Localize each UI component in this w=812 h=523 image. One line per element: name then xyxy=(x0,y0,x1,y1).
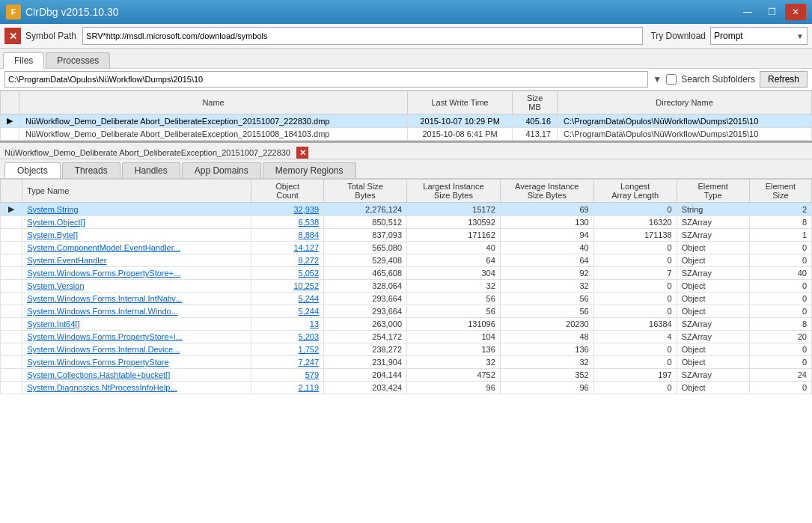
obj-longestarr: 0 xyxy=(593,242,677,254)
file-table-row[interactable]: ▶ NüWorkflow_Demo_Deliberate Abort_Delib… xyxy=(1,114,812,128)
obj-longestarr: 0 xyxy=(593,280,677,293)
path-input[interactable] xyxy=(4,71,648,88)
obj-arrow xyxy=(1,343,22,356)
objects-panel[interactable]: Type Name ObjectCount Total SizeBytes La… xyxy=(0,179,812,523)
objects-table-row[interactable]: System.Object[] 6,538 850,512 130592 130… xyxy=(1,216,812,229)
inner-tab-memory-regions[interactable]: Memory Regions xyxy=(263,162,356,178)
obj-arrow xyxy=(1,254,22,267)
obj-elemsize: 0 xyxy=(749,254,811,267)
file-table-row[interactable]: NüWorkflow_Demo_Deliberate Abort_Deliber… xyxy=(1,128,812,141)
objects-table-row[interactable]: System.Windows.Forms.PropertyStore 7,247… xyxy=(1,356,812,369)
obj-elemsize: 0 xyxy=(749,356,811,369)
clear-symbol-button[interactable]: ✕ xyxy=(4,28,21,44)
obj-elemtype: Object xyxy=(677,305,749,318)
search-subfolders-checkbox[interactable] xyxy=(666,74,677,85)
obj-arrow xyxy=(1,293,22,305)
inner-tab-objects[interactable]: Objects xyxy=(4,162,61,178)
obj-typename[interactable]: System.Windows.Forms.PropertyStore+l... xyxy=(22,331,251,343)
obj-count: 6,538 xyxy=(251,216,324,229)
obj-typename[interactable]: System.Windows.Forms.PropertyStore xyxy=(22,356,251,369)
title-bar: F ClrDbg v2015.10.30 — ❐ ✕ xyxy=(0,0,812,24)
inner-tab-app-domains[interactable]: App Domains xyxy=(182,162,261,178)
objects-table-row[interactable]: System.Windows.Forms.Internal.Device... … xyxy=(1,343,812,356)
obj-typename[interactable]: System.Byte[] xyxy=(22,229,251,242)
obj-typename[interactable]: System.Windows.Forms.Internal.Device... xyxy=(22,343,251,356)
obj-largestinst: 40 xyxy=(407,242,501,254)
col-size: SizeMB xyxy=(513,91,558,114)
col-dir: Directory Name xyxy=(558,91,812,114)
obj-arrow xyxy=(1,267,22,280)
objects-table-row[interactable]: System.Windows.Forms.Internal.IntNativ..… xyxy=(1,293,812,305)
obj-count: 32,939 xyxy=(251,203,324,216)
obj-typename[interactable]: System.Windows.Forms.Internal.Windo... xyxy=(22,305,251,318)
objects-table-row[interactable]: System.Byte[] 8,884 837,093 171162 94 17… xyxy=(1,229,812,242)
objects-table-row[interactable]: System.Windows.Forms.Internal.Windo... 5… xyxy=(1,305,812,318)
obj-totalsize: 837,093 xyxy=(324,229,407,242)
obj-arrow xyxy=(1,318,22,331)
obj-avginst: 96 xyxy=(500,382,593,394)
close-button[interactable]: ✕ xyxy=(785,4,806,20)
obj-typename[interactable]: System.EventHandler xyxy=(22,254,251,267)
obj-typename[interactable]: System.Collections.Hashtable+bucket[] xyxy=(22,369,251,382)
obj-largestinst: 136 xyxy=(407,343,501,356)
obj-largestinst: 4752 xyxy=(407,369,501,382)
obj-count: 5,203 xyxy=(251,331,324,343)
objects-table-row[interactable]: System.EventHandler 8,272 529,408 64 64 … xyxy=(1,254,812,267)
obj-avginst: 32 xyxy=(500,356,593,369)
objects-table-row[interactable]: System.Diagnostics.NtProcessInfoHelp... … xyxy=(1,382,812,394)
objects-table-row[interactable]: ▶ System.String 32,939 2,276,124 15172 6… xyxy=(1,203,812,216)
obj-totalsize: 204,144 xyxy=(324,369,407,382)
obj-avginst: 352 xyxy=(500,369,593,382)
restore-button[interactable]: ❐ xyxy=(761,4,782,20)
obj-col-avginst: Average InstanceSize Bytes xyxy=(500,180,593,203)
obj-typename[interactable]: System.ComponentModel.EventHandler... xyxy=(22,242,251,254)
obj-typename[interactable]: System.Windows.Forms.Internal.IntNativ..… xyxy=(22,293,251,305)
obj-typename[interactable]: System.Windows.Forms.PropertyStore+... xyxy=(22,267,251,280)
obj-count: 5,244 xyxy=(251,293,324,305)
inner-tab-threads[interactable]: Threads xyxy=(62,162,120,178)
title-controls: — ❐ ✕ xyxy=(737,4,806,20)
obj-longestarr: 16384 xyxy=(593,318,677,331)
prompt-dropdown[interactable]: Prompt ▼ xyxy=(710,27,808,45)
tab-processes[interactable]: Processes xyxy=(46,52,110,68)
objects-table-row[interactable]: System.Collections.Hashtable+bucket[] 57… xyxy=(1,369,812,382)
objects-table-row[interactable]: System.Int64[] 13 263,000 131096 20230 1… xyxy=(1,318,812,331)
obj-totalsize: 328,064 xyxy=(324,280,407,293)
symbol-path-input[interactable] xyxy=(82,27,643,45)
app-icon: F xyxy=(6,4,21,19)
obj-col-elemtype: ElementType xyxy=(677,180,749,203)
objects-table-row[interactable]: System.ComponentModel.EventHandler... 14… xyxy=(1,242,812,254)
obj-elemsize: 0 xyxy=(749,343,811,356)
obj-typename[interactable]: System.Int64[] xyxy=(22,318,251,331)
obj-col-largestinst: Largest InstanceSize Bytes xyxy=(407,180,501,203)
obj-typename[interactable]: System.Object[] xyxy=(22,216,251,229)
obj-count: 13 xyxy=(251,318,324,331)
obj-largestinst: 56 xyxy=(407,293,501,305)
obj-elemtype: Object xyxy=(677,293,749,305)
obj-count: 8,884 xyxy=(251,229,324,242)
obj-totalsize: 850,512 xyxy=(324,216,407,229)
obj-typename[interactable]: System.Version xyxy=(22,280,251,293)
tab-files[interactable]: Files xyxy=(3,52,44,69)
obj-elemtype: SZArray xyxy=(677,216,749,229)
obj-totalsize: 203,424 xyxy=(324,382,407,394)
objects-table-row[interactable]: System.Version 10,252 328,064 32 32 0 Ob… xyxy=(1,280,812,293)
obj-longestarr: 0 xyxy=(593,382,677,394)
refresh-button[interactable]: Refresh xyxy=(760,71,808,88)
obj-typename[interactable]: System.String xyxy=(22,203,251,216)
obj-count: 5,244 xyxy=(251,305,324,318)
dump-close-button[interactable]: ✕ xyxy=(296,147,308,159)
obj-largestinst: 104 xyxy=(407,331,501,343)
inner-tab-handles[interactable]: Handles xyxy=(122,162,180,178)
file-table: Name Last Write Time SizeMB Directory Na… xyxy=(0,91,812,141)
obj-typename[interactable]: System.Diagnostics.NtProcessInfoHelp... xyxy=(22,382,251,394)
minimize-button[interactable]: — xyxy=(737,4,758,20)
obj-elemsize: 8 xyxy=(749,216,811,229)
objects-table-row[interactable]: System.Windows.Forms.PropertyStore+... 5… xyxy=(1,267,812,280)
file-last-write: 2015-10-07 10:29 PM xyxy=(408,114,513,128)
obj-longestarr: 171138 xyxy=(593,229,677,242)
objects-table-row[interactable]: System.Windows.Forms.PropertyStore+l... … xyxy=(1,331,812,343)
obj-avginst: 32 xyxy=(500,280,593,293)
obj-col-typename: Type Name xyxy=(22,180,251,203)
col-name: Name xyxy=(19,91,408,114)
